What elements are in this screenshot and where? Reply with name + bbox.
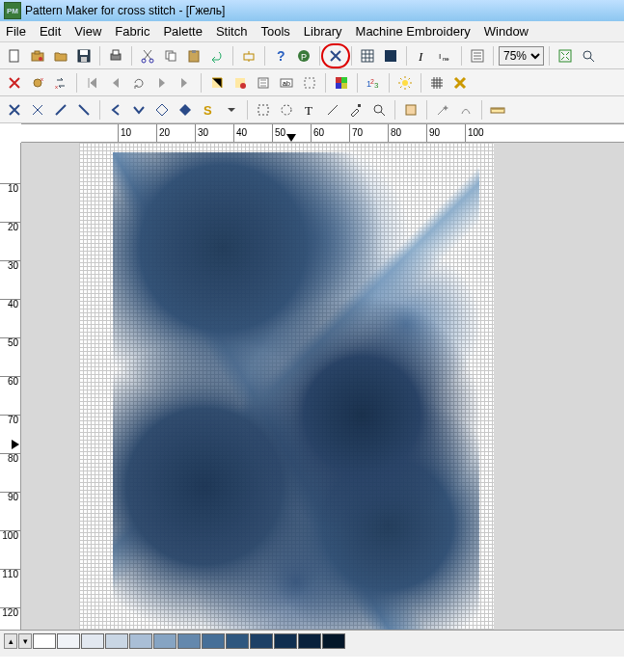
menu-tools[interactable]: Tools <box>260 24 289 39</box>
pattern-canvas[interactable] <box>79 143 494 630</box>
palette-swatch[interactable] <box>129 633 152 649</box>
menu-stitch[interactable]: Stitch <box>216 24 248 39</box>
crop-button[interactable] <box>400 99 421 121</box>
ruler-horizontal[interactable]: 10 20 30 40 50 60 70 80 90 100 <box>21 123 624 143</box>
nav-prev-button[interactable] <box>105 99 126 121</box>
fit-window-button[interactable] <box>555 45 576 67</box>
text-tool-button[interactable]: T <box>299 99 320 121</box>
zoom-select[interactable]: 75% <box>499 46 544 66</box>
zoom-hand-button[interactable] <box>578 45 599 67</box>
diamond-fill-button[interactable] <box>175 99 196 121</box>
zoom-tool-button[interactable] <box>368 99 390 121</box>
menu-edit[interactable]: Edit <box>40 24 61 39</box>
toolbar-stitch: x x ab 123 <box>0 69 624 96</box>
half-stitch-button[interactable] <box>50 99 71 121</box>
solid-view-button[interactable] <box>380 45 401 67</box>
palette-swatch[interactable] <box>226 633 249 649</box>
dash-border-button[interactable] <box>299 72 320 94</box>
italic-button[interactable]: I <box>412 45 433 67</box>
menu-window[interactable]: Window <box>484 24 529 39</box>
svg-rect-49 <box>358 104 361 107</box>
app-logo-icon: PM <box>4 2 21 19</box>
back-stitch-button[interactable] <box>73 99 95 121</box>
grid-toggle-button[interactable] <box>426 72 448 94</box>
h-tick: 80 <box>388 124 401 142</box>
diamond-outline-button[interactable] <box>151 99 173 121</box>
svg-rect-39 <box>336 83 341 89</box>
line-style-button[interactable]: Ine <box>435 45 456 67</box>
x-stitch-button[interactable] <box>4 99 25 121</box>
highlight-sun-button[interactable] <box>394 72 416 94</box>
go-forward-button[interactable] <box>151 72 173 94</box>
palette-swatch[interactable] <box>33 633 56 649</box>
save-button[interactable] <box>73 45 95 67</box>
palette-swatch[interactable] <box>177 633 201 649</box>
menu-library[interactable]: Library <box>304 24 342 39</box>
line-tool-button[interactable] <box>322 99 343 121</box>
go-first-button[interactable] <box>82 72 103 94</box>
auto-button[interactable] <box>455 99 476 121</box>
ruler-button[interactable] <box>487 99 508 121</box>
menu-machine-embroidery[interactable]: Machine Embroidery <box>356 24 471 39</box>
undo-button[interactable] <box>206 45 228 67</box>
palette-swatch[interactable] <box>57 633 80 649</box>
svg-rect-40 <box>341 83 347 89</box>
canvas-viewport[interactable] <box>21 143 624 630</box>
numbering-button[interactable]: 123 <box>363 72 384 94</box>
copy-button[interactable] <box>160 45 181 67</box>
h-tick: 30 <box>195 124 208 142</box>
curve-dropdown-button[interactable] <box>221 99 242 121</box>
palette-swatch[interactable] <box>250 633 273 649</box>
palette-scroll-down-button[interactable]: ▾ <box>18 633 32 649</box>
curve-button[interactable]: S <box>198 99 219 121</box>
refresh-button[interactable] <box>128 72 149 94</box>
toolbar-drawing: S T <box>0 96 624 123</box>
x-outline-button[interactable] <box>27 99 48 121</box>
menu-fabric[interactable]: Fabric <box>115 24 149 39</box>
wand-button[interactable] <box>432 99 453 121</box>
palette-tool-button[interactable] <box>331 72 352 94</box>
open-button[interactable] <box>50 45 71 67</box>
about-button[interactable]: P <box>293 45 314 67</box>
library-open-button[interactable] <box>27 45 48 67</box>
palette-swatch[interactable] <box>298 633 321 649</box>
go-last-button[interactable] <box>175 72 196 94</box>
go-back-button[interactable] <box>105 72 126 94</box>
eyedropper-button[interactable] <box>345 99 366 121</box>
ruler-vertical[interactable]: 10 20 30 40 50 60 70 80 90 100 110 120 <box>0 143 21 630</box>
swap-button[interactable]: x <box>50 72 71 94</box>
new-button[interactable] <box>4 45 25 67</box>
palette-swatch[interactable] <box>202 633 225 649</box>
redo-toggle-button[interactable] <box>238 45 259 67</box>
help-button[interactable]: ? <box>270 45 291 67</box>
svg-text:I: I <box>439 52 441 61</box>
menu-palette[interactable]: Palette <box>163 24 202 39</box>
svg-rect-6 <box>81 57 87 62</box>
palette-scroll-up-button[interactable]: ▴ <box>4 633 17 649</box>
highlight-yellow-button[interactable] <box>449 72 471 94</box>
paste-button[interactable] <box>183 45 204 67</box>
palette-swatch[interactable] <box>274 633 297 649</box>
ab-tool-button[interactable]: ab <box>276 72 297 94</box>
properties-button[interactable] <box>467 45 488 67</box>
v-tick: 10 <box>0 183 20 194</box>
palette-swatch[interactable] <box>105 633 128 649</box>
delete-stitch-button[interactable] <box>4 72 25 94</box>
select-circle-button[interactable] <box>276 99 297 121</box>
cut-button[interactable] <box>137 45 158 67</box>
nav-down-button[interactable] <box>128 99 149 121</box>
chart-tool-button[interactable] <box>253 72 274 94</box>
palette-swatch[interactable] <box>322 633 345 649</box>
select-rect-button[interactable] <box>253 99 274 121</box>
menu-view[interactable]: View <box>74 24 101 39</box>
bead-button[interactable]: x <box>27 72 48 94</box>
titlebar: PM Pattern Maker for cross stitch - [Гже… <box>0 0 624 21</box>
print-button[interactable] <box>105 45 126 67</box>
marker-a-button[interactable] <box>206 72 228 94</box>
menu-file[interactable]: File <box>6 24 26 39</box>
full-stitch-button[interactable] <box>325 45 346 67</box>
palette-swatch[interactable] <box>81 633 104 649</box>
palette-swatch[interactable] <box>153 633 176 649</box>
marker-b-button[interactable] <box>230 72 251 94</box>
grid-view-button[interactable] <box>357 45 378 67</box>
